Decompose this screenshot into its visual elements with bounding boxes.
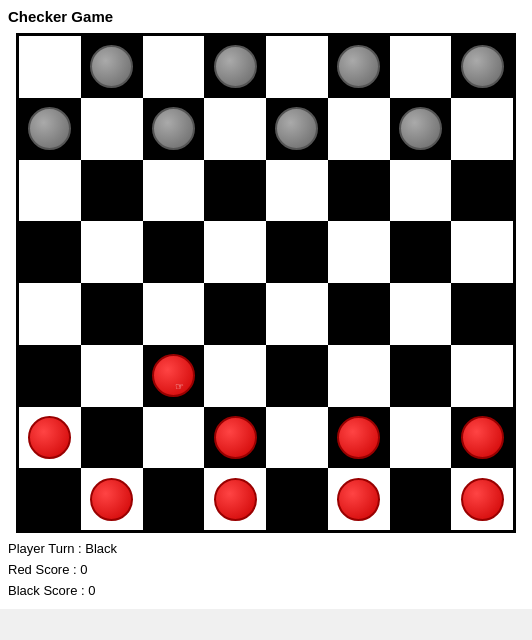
gray-piece-1-2[interactable] — [152, 107, 195, 150]
red-piece-6-3[interactable] — [214, 416, 257, 459]
cell-7-2 — [143, 468, 205, 530]
cell-3-5 — [328, 221, 390, 283]
cell-3-3 — [204, 221, 266, 283]
red-piece-7-3[interactable] — [214, 478, 257, 521]
cell-1-6 — [390, 98, 452, 160]
cell-2-2 — [143, 160, 205, 222]
cell-5-5 — [328, 345, 390, 407]
cell-1-0 — [19, 98, 81, 160]
cell-2-3 — [204, 160, 266, 222]
red-piece-6-0[interactable] — [28, 416, 71, 459]
red-score: Red Score : 0 — [8, 560, 524, 581]
cell-1-5 — [328, 98, 390, 160]
page-container: Checker Game ☞ Player Turn : Black Red S… — [0, 0, 532, 609]
cell-0-0 — [19, 36, 81, 98]
cell-6-0 — [19, 407, 81, 469]
red-piece-6-7[interactable] — [461, 416, 504, 459]
cell-3-1 — [81, 221, 143, 283]
red-piece-7-1[interactable] — [90, 478, 133, 521]
gray-piece-0-1[interactable] — [90, 45, 133, 88]
gray-piece-0-5[interactable] — [337, 45, 380, 88]
cell-0-3 — [204, 36, 266, 98]
cell-1-7 — [451, 98, 513, 160]
cell-2-5 — [328, 160, 390, 222]
cell-3-6 — [390, 221, 452, 283]
cell-3-7 — [451, 221, 513, 283]
cell-4-4 — [266, 283, 328, 345]
gray-piece-0-3[interactable] — [214, 45, 257, 88]
cell-0-7 — [451, 36, 513, 98]
cell-7-3 — [204, 468, 266, 530]
red-piece-6-5[interactable] — [337, 416, 380, 459]
gray-piece-1-4[interactable] — [275, 107, 318, 150]
red-piece-7-5[interactable] — [337, 478, 380, 521]
cell-5-0 — [19, 345, 81, 407]
cell-7-5 — [328, 468, 390, 530]
status-area: Player Turn : Black Red Score : 0 Black … — [8, 539, 524, 601]
cell-1-4 — [266, 98, 328, 160]
cell-0-1 — [81, 36, 143, 98]
cell-6-3 — [204, 407, 266, 469]
board-wrapper: ☞ — [8, 33, 524, 533]
cell-4-6 — [390, 283, 452, 345]
cell-4-2 — [143, 283, 205, 345]
cell-2-6 — [390, 160, 452, 222]
gray-piece-1-0[interactable] — [28, 107, 71, 150]
cell-4-0 — [19, 283, 81, 345]
cell-3-2 — [143, 221, 205, 283]
cell-1-1 — [81, 98, 143, 160]
cell-3-4 — [266, 221, 328, 283]
cell-0-5 — [328, 36, 390, 98]
cell-4-3 — [204, 283, 266, 345]
red-piece-7-7[interactable] — [461, 478, 504, 521]
cell-6-7 — [451, 407, 513, 469]
gray-piece-0-7[interactable] — [461, 45, 504, 88]
svg-text:☞: ☞ — [176, 380, 185, 391]
cell-7-1 — [81, 468, 143, 530]
cell-4-7 — [451, 283, 513, 345]
cell-6-1 — [81, 407, 143, 469]
player-turn: Player Turn : Black — [8, 539, 524, 560]
cell-4-1 — [81, 283, 143, 345]
red-piece-5-2[interactable]: ☞ — [152, 354, 195, 397]
cell-5-4 — [266, 345, 328, 407]
cell-4-5 — [328, 283, 390, 345]
cell-6-4 — [266, 407, 328, 469]
cell-1-3 — [204, 98, 266, 160]
cell-5-3 — [204, 345, 266, 407]
cell-5-1 — [81, 345, 143, 407]
cell-2-7 — [451, 160, 513, 222]
cell-7-7 — [451, 468, 513, 530]
cell-0-4 — [266, 36, 328, 98]
checkerboard: ☞ — [16, 33, 516, 533]
cell-5-2: ☞ — [143, 345, 205, 407]
cell-7-6 — [390, 468, 452, 530]
page-title: Checker Game — [8, 8, 524, 25]
cell-5-6 — [390, 345, 452, 407]
cell-1-2 — [143, 98, 205, 160]
cell-0-2 — [143, 36, 205, 98]
black-score: Black Score : 0 — [8, 581, 524, 602]
cell-5-7 — [451, 345, 513, 407]
cell-6-6 — [390, 407, 452, 469]
gray-piece-1-6[interactable] — [399, 107, 442, 150]
cell-2-0 — [19, 160, 81, 222]
cell-6-5 — [328, 407, 390, 469]
cell-7-0 — [19, 468, 81, 530]
cell-6-2 — [143, 407, 205, 469]
cell-7-4 — [266, 468, 328, 530]
cell-2-1 — [81, 160, 143, 222]
cell-0-6 — [390, 36, 452, 98]
cell-3-0 — [19, 221, 81, 283]
cell-2-4 — [266, 160, 328, 222]
